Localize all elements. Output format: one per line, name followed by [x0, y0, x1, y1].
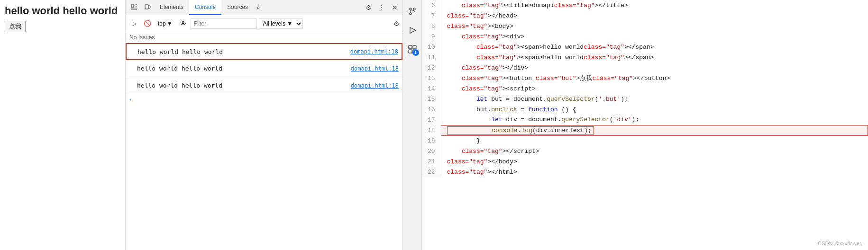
line-number: 20	[422, 146, 441, 156]
console-toolbar: ▷ 🚫 top ▼ 👁 All levels ▼ ⚙	[126, 15, 402, 32]
line-content: class="tag"></head>	[441, 10, 868, 21]
console-row: hello world hello worlddomapi.html:18	[126, 77, 402, 94]
line-content: console.log(div.innerText);	[441, 125, 868, 135]
line-content: class="tag"><body>	[441, 21, 868, 31]
line-content: class="tag"><span>hello worldclass="tag"…	[441, 42, 868, 52]
context-selector[interactable]: top ▼	[155, 19, 175, 28]
line-number: 15	[422, 94, 441, 104]
line-content: class="tag"><div>	[441, 31, 868, 42]
clear-icon[interactable]: 🚫	[142, 18, 153, 29]
code-line: 14 class="tag"><script>	[422, 83, 868, 94]
svg-point-4	[413, 8, 415, 10]
svg-rect-8	[409, 50, 412, 53]
line-content: class="tag"></html>	[441, 167, 868, 177]
line-number: 11	[422, 52, 441, 62]
line-number: 7	[422, 10, 441, 21]
console-settings-icon[interactable]: ⚙	[393, 20, 400, 27]
inspect-icon[interactable]	[128, 1, 141, 14]
line-number: 16	[422, 104, 441, 115]
svg-rect-1	[145, 5, 148, 9]
more-tabs-button[interactable]: »	[254, 4, 263, 11]
svg-rect-6	[409, 45, 412, 49]
line-content: }	[441, 135, 868, 146]
sources-sidebar: 1	[403, 0, 422, 250]
tab-elements[interactable]: Elements	[154, 0, 189, 15]
code-line: 18 console.log(div.innerText);	[422, 125, 868, 135]
line-number: 21	[422, 156, 441, 167]
run-icon[interactable]: ▷	[128, 18, 140, 29]
code-line: 7class="tag"></head>	[422, 10, 868, 21]
line-number: 18	[422, 125, 441, 135]
code-line: 8class="tag"><body>	[422, 21, 868, 31]
page-heading: hello world hello world	[5, 5, 120, 17]
svg-point-5	[410, 13, 411, 15]
console-message-text: hello world hello world	[129, 82, 351, 89]
devtools-actions: ⚙ ⋮ ✕	[363, 2, 401, 13]
sources-play-icon[interactable]	[405, 23, 420, 38]
line-number: 10	[422, 42, 441, 52]
code-line: 10 class="tag"><span>hello worldclass="t…	[422, 42, 868, 52]
device-icon[interactable]	[141, 1, 154, 14]
line-content: let div = document.querySelector('div');	[441, 115, 868, 125]
tab-console[interactable]: Console	[189, 0, 221, 15]
devtools-panel: Elements Console Sources » ⚙ ⋮ ✕ ▷ 🚫 top…	[126, 0, 403, 250]
line-content: let but = document.querySelector('.but')…	[441, 94, 868, 104]
sources-badge: 1	[412, 49, 419, 56]
filter-input[interactable]	[191, 18, 257, 29]
console-source-link[interactable]: domapi.html:18	[350, 48, 398, 55]
console-message-text: hello world hello world	[130, 48, 350, 55]
svg-rect-7	[413, 45, 416, 49]
code-line: 9 class="tag"><div>	[422, 31, 868, 42]
line-number: 8	[422, 21, 441, 31]
page-area: hello world hello world 点我	[0, 0, 126, 250]
code-line: 13 class="tag"><button class="but">点我cla…	[422, 73, 868, 83]
code-table: 6 class="tag"><title>domapiclass="tag"><…	[422, 0, 868, 177]
code-line: 19 }	[422, 135, 868, 146]
line-content: class="tag"><span>hello worldclass="tag"…	[441, 52, 868, 62]
line-number: 14	[422, 83, 441, 94]
code-line: 20 class="tag"></script>	[422, 146, 868, 156]
sources-git-icon[interactable]	[405, 4, 420, 19]
console-messages: hello world hello worlddomapi.html:18hel…	[126, 43, 402, 250]
click-button[interactable]: 点我	[5, 21, 26, 32]
code-line: 21class="tag"></body>	[422, 156, 868, 167]
line-content: class="tag"></div>	[441, 62, 868, 73]
console-source-link[interactable]: domapi.html:18	[351, 65, 399, 72]
line-number: 22	[422, 167, 441, 177]
code-line: 6 class="tag"><title>domapiclass="tag"><…	[422, 0, 868, 10]
line-content: class="tag"><button class="but">点我class=…	[441, 73, 868, 83]
tab-sources[interactable]: Sources	[221, 0, 254, 15]
line-number: 17	[422, 115, 441, 125]
line-content: class="tag"><title>domapiclass="tag"></t…	[441, 0, 868, 10]
log-level-select[interactable]: All levels ▼	[259, 18, 303, 29]
sources-panel: 1 6 class="tag"><title>domapiclass="tag"…	[403, 0, 868, 250]
line-content: class="tag"></body>	[441, 156, 868, 167]
code-line: 16 but.onclick = function () {	[422, 104, 868, 115]
settings-icon[interactable]: ⚙	[363, 2, 374, 13]
console-message-text: hello world hello world	[129, 65, 351, 72]
devtools-tabs: Elements Console Sources » ⚙ ⋮ ✕	[126, 0, 402, 15]
line-number: 13	[422, 73, 441, 83]
code-line: 15 let but = document.querySelector('.bu…	[422, 94, 868, 104]
line-content: class="tag"></script>	[441, 146, 868, 156]
code-line: 11 class="tag"><span>hello worldclass="t…	[422, 52, 868, 62]
code-line: 17 let div = document.querySelector('div…	[422, 115, 868, 125]
more-options-icon[interactable]: ⋮	[376, 2, 387, 13]
line-content: but.onclick = function () {	[441, 104, 868, 115]
svg-rect-2	[149, 6, 150, 9]
code-line: 12 class="tag"></div>	[422, 62, 868, 73]
line-number: 19	[422, 135, 441, 146]
console-source-link[interactable]: domapi.html:18	[351, 82, 399, 89]
console-row: hello world hello worlddomapi.html:18	[126, 43, 402, 60]
sources-structure-icon[interactable]: 1	[405, 42, 420, 57]
line-number: 9	[422, 31, 441, 42]
code-view[interactable]: 6 class="tag"><title>domapiclass="tag"><…	[422, 0, 868, 250]
sources-main: 1 6 class="tag"><title>domapiclass="tag"…	[403, 0, 868, 250]
svg-rect-0	[131, 5, 134, 7]
line-number: 6	[422, 0, 441, 10]
no-issues-bar: No Issues	[126, 32, 402, 43]
line-content: class="tag"><script>	[441, 83, 868, 94]
console-expand-arrow[interactable]: ›	[126, 94, 402, 105]
close-devtools-icon[interactable]: ✕	[389, 2, 401, 13]
eye-icon[interactable]: 👁	[177, 18, 189, 29]
